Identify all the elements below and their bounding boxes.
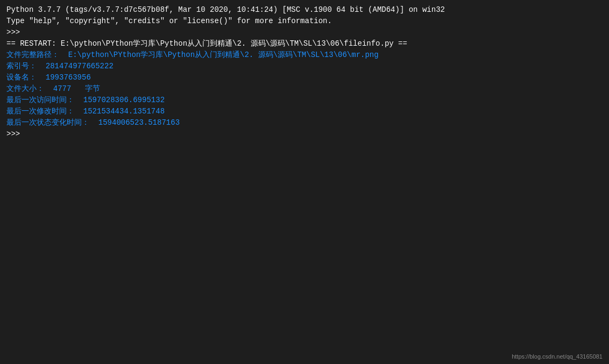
access-time-line: 最后一次访问时间： 1597028306.6995132: [6, 95, 603, 106]
file-path-line: 文件完整路径： E:\python\PYthon学习库\Python从入门到精通…: [6, 49, 603, 61]
restart-line: == RESTART: E:\python\PYthon学习库\Python从入…: [6, 38, 603, 49]
filesize-line: 文件大小： 4777 字节: [6, 83, 603, 95]
help-line: Type "help", "copyright", "credits" or "…: [6, 16, 603, 27]
index-line: 索引号： 281474977665222: [6, 61, 603, 72]
prompt-line-1: >>>: [6, 27, 603, 38]
terminal-window[interactable]: Python 3.7.7 (tags/v3.7.7:d7c567b08f, Ma…: [0, 0, 609, 364]
python-version-line: Python 3.7.7 (tags/v3.7.7:d7c567b08f, Ma…: [6, 4, 603, 16]
watermark: https://blog.csdn.net/qq_43165081: [512, 353, 603, 360]
status-change-time-line: 最后一次状态变化时间： 1594006523.5187163: [6, 117, 603, 129]
device-line: 设备名： 1993763956: [6, 72, 603, 83]
modify-time-line: 最后一次修改时间： 1521534434.1351748: [6, 106, 603, 117]
prompt-line-2: >>>: [6, 129, 603, 140]
